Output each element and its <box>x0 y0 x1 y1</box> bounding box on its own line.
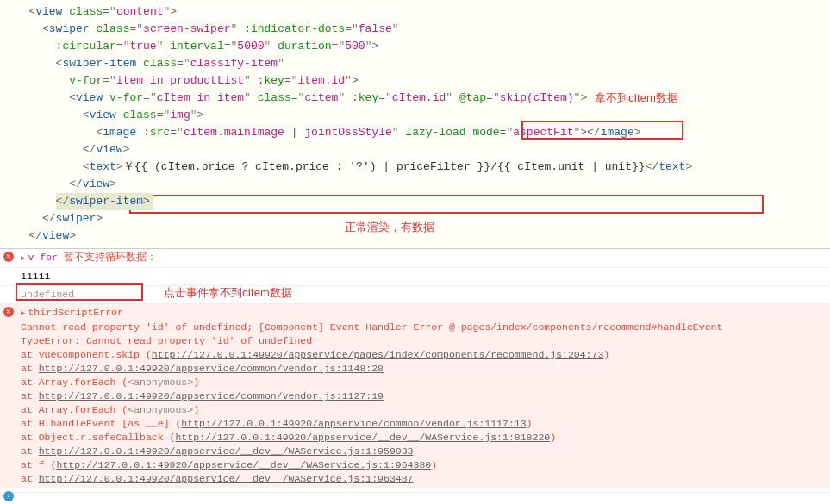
stack-link[interactable]: http://127.0.0.1:49920/appservice/pages/… <box>152 349 604 360</box>
console-row[interactable]: ✕ ▶v-for 暂不支持循环数据： <box>0 249 830 268</box>
annotation-console: 点击事件拿不到cItem数据 <box>164 285 292 301</box>
console-row-input[interactable]: › <box>0 488 830 493</box>
code-line[interactable]: </view> <box>9 176 830 193</box>
error-icon: ✕ <box>3 252 14 262</box>
error-title: thirdScriptError <box>28 307 122 318</box>
collapse-icon[interactable]: ▶ <box>21 307 25 320</box>
code-line[interactable]: <swiper-item class="classify-item" <box>9 55 830 72</box>
code-line[interactable]: </swiper> <box>9 210 830 227</box>
code-line[interactable]: </view> <box>9 141 830 159</box>
code-line[interactable]: <image :src="cItem.mainImage | jointOssS… <box>9 124 830 141</box>
code-line[interactable]: v-for="item in productList" :key="item.i… <box>9 72 830 90</box>
stack-link[interactable]: http://127.0.0.1:49920/appservice/common… <box>39 363 384 374</box>
code-line[interactable]: <swiper class="screen-swiper" :indicator… <box>9 21 830 38</box>
stack-trace: at VueComponent.skip (http://127.0.0.1:4… <box>21 348 827 486</box>
stack-link[interactable]: http://127.0.0.1:49920/appservice/__dev_… <box>39 445 414 457</box>
code-line[interactable]: </view> <box>9 227 830 245</box>
code-line[interactable]: <view class="img"> <box>9 107 830 124</box>
code-line[interactable]: </swiper-item> <box>9 193 830 210</box>
code-line[interactable]: <text>￥{{ (cItem.price ? cItem.price : '… <box>9 159 830 176</box>
error-icon: ✕ <box>3 307 14 317</box>
stack-link[interactable]: http://127.0.0.1:49920/appservice/__dev_… <box>56 459 431 470</box>
error-typeerror: TypeError: Cannot read property 'id' of … <box>21 335 312 346</box>
console-text: 11111 <box>21 271 51 282</box>
expand-icon[interactable]: ▶ <box>21 252 25 265</box>
code-line[interactable]: :circular="true" interval="5000" duratio… <box>9 38 830 55</box>
stack-link[interactable]: http://127.0.0.1:49920/appservice/common… <box>39 390 384 401</box>
code-editor[interactable]: 拿不到cItem数据 正常渲染，有数据 <view class="content… <box>0 0 830 249</box>
code-line[interactable]: <view class="content"> <box>9 3 830 21</box>
console[interactable]: ✕ ▶v-for 暂不支持循环数据： 11111 undefined 点击事件拿… <box>0 249 830 493</box>
code-line[interactable]: <view v-for="cItem in item" class="citem… <box>9 90 830 107</box>
info-icon: › <box>3 491 14 501</box>
console-error-block[interactable]: ✕ ▶thirdScriptError Cannot read property… <box>0 304 830 488</box>
stack-link[interactable]: http://127.0.0.1:49920/appservice/__dev_… <box>175 432 550 443</box>
highlight-box-undefined <box>16 283 143 301</box>
stack-link[interactable]: http://127.0.0.1:49920/appservice/common… <box>181 418 526 429</box>
stack-link[interactable]: http://127.0.0.1:49920/appservice/__dev_… <box>39 473 414 484</box>
error-msg: Cannot read property 'id' of undefined; … <box>21 321 722 333</box>
